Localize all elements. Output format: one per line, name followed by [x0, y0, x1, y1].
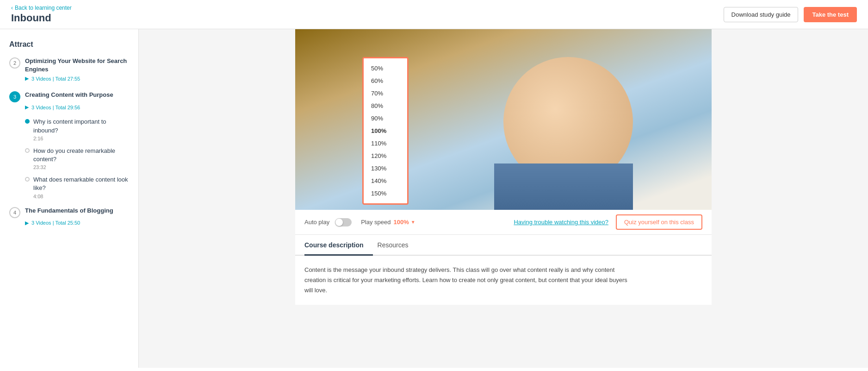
lesson-dot-3: [25, 177, 30, 182]
tabs-nav: Course description Resources: [295, 235, 712, 256]
speed-option-80[interactable]: 80%: [364, 100, 407, 112]
lesson-item-3[interactable]: What does remarkable content look like? …: [0, 173, 138, 201]
course-header-2: 2 Optimizing Your Website for Search Eng…: [9, 57, 129, 74]
course-name-2: Optimizing Your Website for Search Engin…: [25, 57, 129, 74]
tab-course-description[interactable]: Course description: [304, 235, 373, 256]
header-right: Download study guide Take the test: [724, 7, 857, 22]
take-test-button[interactable]: Take the test: [804, 7, 857, 22]
speed-option-70[interactable]: 70%: [364, 87, 407, 100]
course-header-4: 4 The Fundamentals of Blogging: [9, 207, 129, 218]
lesson-details-1: Why is content important to inbound? 2:1…: [33, 118, 129, 141]
content-area: 50% 60% 70% 80% 90% 100% 110% 120% 130% …: [139, 29, 868, 368]
play-speed-button[interactable]: 100% ▼: [394, 219, 415, 226]
speed-dropdown: 50% 60% 70% 80% 90% 100% 110% 120% 130% …: [362, 57, 409, 205]
course-item-3[interactable]: 3 Creating Content with Purpose ▶ 3 Vide…: [0, 86, 138, 115]
tab-content: Content is the message your inbound stra…: [295, 256, 712, 305]
header: ‹ Back to learning center Inbound Downlo…: [0, 0, 868, 29]
speed-option-150[interactable]: 150%: [364, 187, 407, 200]
lesson-name-3: What does remarkable content look like?: [33, 176, 129, 192]
speed-option-130[interactable]: 130%: [364, 162, 407, 175]
lesson-name-2: How do you create remarkable content?: [33, 147, 129, 163]
lesson-name-1: Why is content important to inbound?: [33, 118, 129, 134]
speed-option-50[interactable]: 50%: [364, 62, 407, 75]
video-player[interactable]: [295, 29, 712, 210]
trouble-link[interactable]: Having trouble watching this video?: [514, 219, 608, 226]
controls-bar: Auto play Play speed 100% ▼ Having troub…: [295, 210, 712, 235]
download-study-guide-button[interactable]: Download study guide: [724, 7, 799, 22]
course-number-2: 2: [9, 57, 20, 69]
lesson-dot-1: [25, 119, 30, 124]
tabs-area: Course description Resources Content is …: [295, 235, 712, 305]
lesson-time-2: 23:32: [33, 164, 129, 170]
course-meta-2: ▶ 3 Videos | Total 27:55: [25, 75, 129, 82]
person-area: [494, 29, 642, 210]
autoplay-label: Auto play: [304, 219, 329, 226]
course-item-2[interactable]: 2 Optimizing Your Website for Search Eng…: [0, 52, 138, 86]
course-number-4: 4: [9, 207, 20, 218]
speed-option-90[interactable]: 90%: [364, 112, 407, 125]
course-description-text: Content is the message your inbound stra…: [304, 265, 628, 296]
toggle-knob: [335, 219, 343, 226]
lesson-time-1: 2:16: [33, 136, 129, 141]
sidebar-section-title: Attract: [0, 37, 138, 52]
person-body: [494, 163, 633, 210]
lesson-details-3: What does remarkable content look like? …: [33, 176, 129, 199]
course-item-4[interactable]: 4 The Fundamentals of Blogging ▶ 3 Video…: [0, 202, 138, 231]
play-speed-control: Play speed 100% ▼: [361, 219, 415, 226]
back-link-text: Back to learning center: [15, 5, 72, 11]
course-header-3: 3 Creating Content with Purpose: [9, 91, 129, 102]
play-speed-label: Play speed: [361, 219, 391, 226]
course-name-3: Creating Content with Purpose: [25, 91, 113, 99]
quiz-button[interactable]: Quiz yourself on this class: [616, 214, 702, 230]
course-meta-3: ▶ 3 Videos | Total 29:56: [25, 104, 129, 110]
lesson-item-2[interactable]: How do you create remarkable content? 23…: [0, 144, 138, 173]
back-link[interactable]: ‹ Back to learning center: [11, 5, 72, 11]
chevron-left-icon: ‹: [11, 5, 13, 11]
speed-option-60[interactable]: 60%: [364, 75, 407, 87]
tab-resources[interactable]: Resources: [378, 235, 418, 256]
course-meta-text-2: 3 Videos | Total 27:55: [31, 76, 80, 82]
controls-right: Having trouble watching this video? Quiz…: [514, 214, 702, 230]
main-layout: Attract 2 Optimizing Your Website for Se…: [0, 29, 868, 368]
course-name-4: The Fundamentals of Blogging: [25, 207, 113, 215]
video-icon-3: ▶: [25, 104, 29, 110]
speed-option-100[interactable]: 100%: [364, 125, 407, 137]
speed-option-120[interactable]: 120%: [364, 150, 407, 162]
course-number-3: 3: [9, 91, 20, 102]
lesson-inner-1: Why is content important to inbound? 2:1…: [25, 118, 129, 141]
video-icon-2: ▶: [25, 75, 29, 82]
sidebar: Attract 2 Optimizing Your Website for Se…: [0, 29, 139, 368]
autoplay-toggle[interactable]: [335, 218, 352, 226]
lesson-details-2: How do you create remarkable content? 23…: [33, 147, 129, 170]
course-meta-text-3: 3 Videos | Total 29:56: [31, 105, 80, 110]
speed-option-110[interactable]: 110%: [364, 137, 407, 150]
lesson-time-3: 4:08: [33, 194, 129, 199]
lesson-inner-2: How do you create remarkable content? 23…: [25, 147, 129, 170]
play-speed-value-text: 100%: [394, 219, 409, 226]
lesson-inner-3: What does remarkable content look like? …: [25, 176, 129, 199]
course-meta-4: ▶ 3 Videos | Total 25:50: [25, 220, 129, 226]
lesson-dot-2: [25, 148, 30, 153]
video-icon-4: ▶: [25, 220, 29, 226]
page-title: Inbound: [11, 12, 72, 24]
chevron-down-icon: ▼: [411, 220, 415, 225]
speed-option-140[interactable]: 140%: [364, 175, 407, 187]
autoplay-control: Auto play: [304, 218, 352, 226]
header-left: ‹ Back to learning center Inbound: [11, 5, 72, 24]
lesson-item-1[interactable]: Why is content important to inbound? 2:1…: [0, 115, 138, 144]
video-section: 50% 60% 70% 80% 90% 100% 110% 120% 130% …: [295, 29, 712, 210]
controls-left: Auto play Play speed 100% ▼: [304, 218, 415, 226]
course-meta-text-4: 3 Videos | Total 25:50: [31, 220, 80, 226]
